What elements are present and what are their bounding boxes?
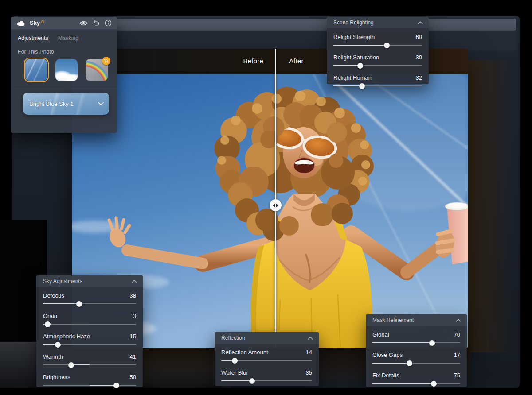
slider-track[interactable] [372,380,460,387]
slider-thumb[interactable] [429,340,435,346]
chevron-down-icon [98,102,104,105]
slider-label: Reflection Amount [221,349,268,356]
sky-thumbnail-rainbow[interactable] [86,59,108,81]
tab-adjustments[interactable]: Adjustments [18,35,48,41]
panel-header[interactable]: Sky Adjustments [36,275,143,287]
panel-reflection: Reflection Reflection Amount14Water Blur… [215,332,319,386]
slider-label: Defocus [43,292,64,299]
slider-fix-details: Fix Details75 [372,370,460,387]
slider-value: 14 [306,349,312,356]
panel-header[interactable]: Mask Refinement [366,314,467,326]
app-canvas: Before After SkyAI [0,0,532,395]
slider-close-gaps: Close Gaps17 [372,350,460,367]
panel-header[interactable]: Reflection [215,332,319,344]
panel-mask-refinement: Mask Refinement Global70Close Gaps17Fix … [366,314,467,387]
slider-value: 35 [306,369,312,376]
eye-icon[interactable] [79,20,88,26]
slider-thumb[interactable] [357,63,363,69]
slider-track[interactable] [372,360,460,367]
slider-thumb[interactable] [113,383,119,388]
slider-track[interactable] [43,362,136,368]
arrow-right-icon [276,204,278,207]
slider-brightness: Brightness58 [43,372,136,389]
panel-title: Reflection [221,335,245,341]
panel-title: Mask Refinement [372,317,414,323]
slider-track[interactable] [43,382,136,389]
divider [11,87,117,87]
slider-track[interactable] [221,378,312,384]
slider-thumb[interactable] [359,83,365,89]
slider-value: 75 [454,372,460,379]
tool-title: SkyAI [30,19,44,26]
slider-track[interactable] [333,83,422,89]
panel-sky-adjustments: Sky Adjustments Defocus38Grain3Atmospher… [36,275,143,387]
chevron-up-icon[interactable] [132,280,137,283]
panel-sky-ai: SkyAI Adjustments Masking [11,17,117,133]
slider-track[interactable] [43,321,136,328]
slider-label: Close Gaps [372,352,403,358]
slider-thumb[interactable] [45,321,51,327]
slider-value: 38 [130,292,136,299]
slider-label: Brightness [43,374,70,380]
slider-value: 32 [416,74,422,81]
chevron-up-icon[interactable] [418,21,423,24]
slider-value: 60 [416,34,422,40]
info-icon[interactable] [105,19,112,27]
panel-scene-relighting: Scene Relighting Relight Strength60Relig… [327,17,429,84]
sky-thumbnails [11,55,117,81]
slider-thumb[interactable] [249,378,255,384]
tab-masking[interactable]: Masking [58,35,79,41]
compare-handle[interactable] [270,199,282,211]
after-label: After [289,57,304,65]
slider-thumb[interactable] [384,43,390,48]
slider-reflection-amount: Reflection Amount14 [221,347,312,364]
before-label: Before [228,57,263,65]
panel-title: Sky Adjustments [43,278,82,284]
slider-value: 58 [130,374,136,380]
slider-label: Water Blur [221,369,248,376]
slider-atmospheric-haze: Atmospheric Haze15 [43,331,136,348]
panel-title: Scene Relighting [333,19,374,26]
slider-value: 3 [133,313,136,319]
panel-header[interactable]: Scene Relighting [327,17,429,28]
slider-label: Atmospheric Haze [43,333,90,340]
sky-thumbnail-bright-blue[interactable] [25,59,47,81]
slider-thumb[interactable] [232,358,238,364]
slider-label: Relight Strength [333,34,375,40]
slider-thumb[interactable] [407,360,412,366]
slider-label: Grain [43,313,57,319]
slider-warmth: Warmth-41 [43,352,136,368]
slider-thumb[interactable] [55,342,61,348]
slider-value: 30 [416,54,422,61]
slider-thumb[interactable] [431,381,437,387]
undo-icon[interactable] [93,20,100,27]
slider-track[interactable] [221,357,312,364]
slider-value: 15 [130,333,136,340]
background-right-glow [466,60,520,352]
slider-value: -41 [128,353,136,360]
slider-track[interactable] [333,42,422,49]
sky-preset-value: Bright Blue Sky 1 [29,101,74,107]
slider-relight-strength: Relight Strength60 [333,32,422,49]
arrow-left-icon [273,204,275,207]
tab-bar: Adjustments Masking [11,29,117,41]
slider-thumb[interactable] [76,301,82,307]
slider-global: Global70 [372,329,460,346]
slider-grain: Grain3 [43,311,136,328]
slider-track[interactable] [333,62,422,69]
section-label: For This Photo [11,41,117,55]
slider-label: Fix Details [372,372,399,379]
slider-thumb[interactable] [68,362,74,368]
slider-track[interactable] [372,340,460,346]
slider-track[interactable] [43,341,136,348]
sky-thumbnail-cloudy[interactable] [55,59,78,81]
slider-track[interactable] [43,301,136,307]
slider-label: Global [372,331,389,338]
sky-preset-dropdown[interactable]: Bright Blue Sky 1 [23,93,109,115]
cloud-icon [17,20,26,26]
slider-value: 70 [454,331,460,338]
chevron-up-icon[interactable] [308,337,313,340]
chevron-up-icon[interactable] [456,319,461,322]
cart-icon [102,57,110,65]
slider-defocus: Defocus38 [43,290,136,307]
